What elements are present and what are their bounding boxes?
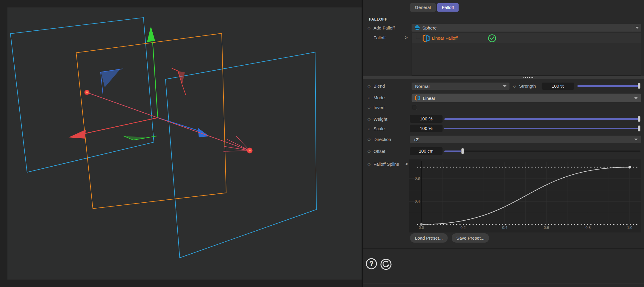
tab-general[interactable]: General [410,3,436,12]
spline-ray [223,151,250,151]
slider-knob[interactable] [461,148,464,154]
strength-value: 100 % [552,83,565,89]
help-icon[interactable]: ? [365,258,377,270]
linear-falloff-icon [422,34,431,42]
load-preset-button[interactable]: Load Preset... [410,233,448,243]
reset-icon[interactable] [380,258,392,270]
slider-fill [444,128,640,129]
blend-dropdown[interactable]: Normal [412,83,509,90]
add-falloff-dropdown-button[interactable] [633,24,641,32]
spline-point-core [249,150,251,151]
strength-slider[interactable] [577,84,640,88]
diamond-icon: ◇ [368,26,371,30]
weight-field[interactable]: 100 % [410,115,443,123]
save-preset-label: Save Preset... [456,235,484,241]
mode-value: Linear [423,95,435,100]
falloff-spline-label: Falloff Spline [373,162,399,167]
scale-slider[interactable] [444,126,640,131]
weight-label: Weight [373,117,387,122]
panel-resize-handle[interactable] [363,76,644,79]
direction-label: Direction [373,137,391,142]
mode-label: Mode [373,95,385,100]
viewport-3d[interactable] [0,0,362,287]
spline-point-core [86,91,88,93]
sphere-icon [415,25,420,30]
application-window: General Falloff FALLOFF ◇ Add Falloff Sp… [0,0,644,287]
diamond-icon: ◇ [368,149,371,154]
slider-fill [444,118,640,120]
load-preset-label: Load Preset... [415,235,443,241]
curve-point-end[interactable] [629,166,631,169]
scale-value: 100 % [420,126,433,131]
add-falloff-value: Sphere [422,25,437,30]
add-falloff-label: Add Falloff [373,25,395,31]
invert-checkbox[interactable] [412,105,417,110]
blend-label: Blend [373,83,385,89]
strength-label: Strength [519,83,536,89]
offset-label: Offset [373,149,385,154]
section-header-falloff: FALLOFF [369,17,387,21]
slider-fill [444,151,463,152]
chevron-right-icon[interactable]: > [405,35,408,40]
linear-falloff-item[interactable]: Linear Falloff [432,35,457,41]
save-preset-button[interactable]: Save Preset... [452,233,489,243]
blend-value: Normal [415,84,429,89]
weight-value: 100 % [420,116,433,121]
tab-falloff[interactable]: Falloff [437,3,459,12]
diamond-icon: ◇ [368,95,371,100]
slider-fill [577,85,640,87]
strength-field[interactable]: 100 % [542,83,574,90]
diamond-icon: ◇ [368,162,371,167]
enabled-check-icon[interactable] [488,34,496,43]
falloff-spline-graph[interactable]: 0.40.80.00.20.40.60.81.0 [409,159,641,232]
diamond-icon: ◇ [368,84,371,89]
x-tick-label: 0.0 [419,226,424,230]
y-tick-label: 0.4 [415,199,420,204]
weight-slider[interactable] [444,117,640,121]
y-axis-green-arrowhead[interactable] [147,26,155,42]
chevron-down-icon [503,85,507,87]
chevron-right-icon[interactable]: > [405,161,408,167]
scale-label: Scale [373,126,385,131]
direction-dropdown[interactable]: +Z [410,136,641,143]
spline-segment [88,93,158,118]
offset-slider[interactable] [444,149,640,153]
drag-dots-icon [523,77,535,78]
slider-knob[interactable] [638,116,640,122]
x-axis-red-arrowhead[interactable] [68,130,86,139]
slider-track[interactable] [444,151,640,152]
plane-cyan-left[interactable] [10,18,154,172]
diamond-icon: ◇ [368,105,371,110]
tree-branch-line [416,39,421,39]
x-tick-label: 0.6 [544,226,549,230]
x-tick-label: 1.0 [627,226,632,230]
diamond-icon: ◇ [368,126,371,131]
slider-knob[interactable] [638,125,640,131]
y-axis-green [153,42,158,118]
svg-text:?: ? [369,260,373,268]
x-tick-label: 0.8 [585,226,590,230]
diamond-icon: ◇ [513,84,516,89]
linear-falloff-icon [415,95,421,101]
diamond-icon: ◇ [368,137,371,142]
plane-cyan-right[interactable] [165,52,316,258]
x-axis-red [85,118,158,134]
chevron-down-icon [635,27,639,29]
mode-dropdown[interactable]: Linear [412,94,641,102]
add-falloff-dropdown[interactable]: Sphere [412,24,641,32]
offset-field[interactable]: 100 cm [410,147,443,155]
offset-value: 100 cm [419,148,433,153]
scale-field[interactable]: 100 % [410,125,443,132]
falloff-list[interactable]: Linear Falloff [412,33,641,76]
chevron-down-icon [634,97,638,99]
plane-orange[interactable] [76,33,226,209]
direction-value: +Z [413,137,419,142]
tree-branch-line [416,34,416,39]
separator [363,283,644,283]
y-tick-label: 0.8 [415,176,420,181]
graph-margin [409,159,421,232]
invert-label: Invert [373,105,385,110]
slider-knob[interactable] [638,83,640,89]
spline-segment [158,118,248,150]
chevron-down-icon [634,139,638,141]
